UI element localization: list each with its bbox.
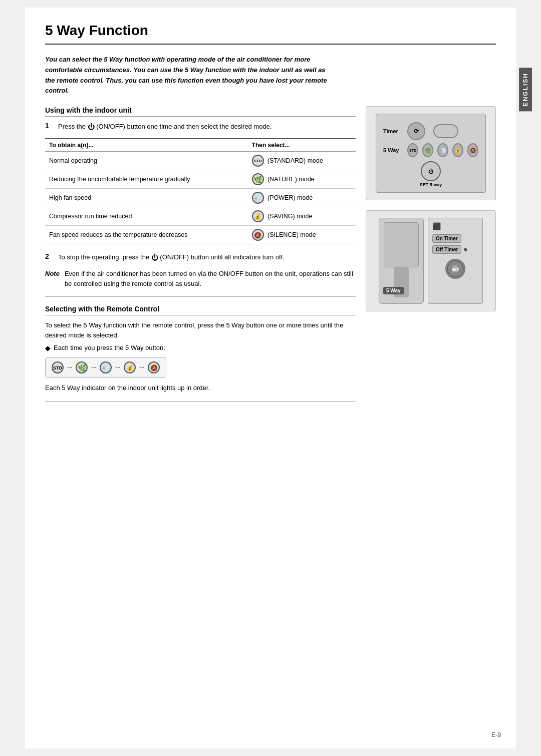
table-cell-mode: 💨 (POWER) mode (248, 189, 356, 207)
table-cell-obtain: Normal operating (45, 152, 248, 170)
arrow2: → (90, 363, 98, 372)
off-timer-button: Off Timer (432, 245, 461, 254)
intro-text: You can select the 5 Way function with o… (45, 55, 336, 96)
remote-body: 5 Way (379, 218, 424, 304)
remote-small-icon: ⬛ (432, 222, 441, 230)
onoff-icon2: ⏻ (151, 253, 158, 261)
timer-label: Timer (383, 128, 403, 134)
oval-button (433, 124, 458, 138)
bullet-text: Each time you press the 5 Way button: (54, 344, 165, 352)
seq-std-icon: STD (52, 361, 64, 373)
set-label: SET 5 way (420, 182, 442, 187)
fiveway-btn-saving: 💰 (452, 143, 463, 157)
seq-nature-icon: 🌿 (76, 361, 88, 373)
on-timer-row: On Timer (432, 233, 478, 242)
language-tab: ENGLISH (519, 68, 532, 111)
table-cell-mode: 🌿 (NATURE) mode (248, 170, 356, 189)
fiveway-btn-silence: 🔕 (467, 143, 478, 157)
section1-heading: Using with the indoor unit (45, 106, 356, 117)
seq-power-icon: 💨 (100, 361, 112, 373)
table-cell-obtain: Compressor run time reduced (45, 207, 248, 226)
fiveway-badge-container: 5 Way (383, 285, 404, 294)
divider2 (45, 401, 356, 402)
bullet-symbol: ◆ (45, 344, 51, 352)
icon-row-top: ⬛ (432, 222, 478, 230)
table-cell-obtain: Fan speed reduces as the temperature dec… (45, 226, 248, 244)
way-badge: 5 Way (383, 287, 404, 294)
power-mode-label: (POWER) mode (266, 194, 313, 201)
step1: 1 Press the ⏻ (ON/OFF) button one time a… (45, 122, 356, 132)
set-button-container: ⏻ SET 5 way (383, 161, 478, 187)
table-row: High fan speed 💨 (POWER) mode (45, 189, 356, 207)
seq-saving-icon: 💰 (124, 361, 136, 373)
remote-buttons: ⬛ On Timer Off Timer ⊕ SET (428, 218, 483, 304)
table-col2-header: Then select... (248, 139, 356, 152)
svg-text:SET: SET (452, 268, 459, 271)
fiveway-btn-power: 💨 (437, 143, 448, 157)
arrow1: → (66, 363, 74, 372)
power-icon: 💨 (252, 192, 264, 204)
saving-mode-label: (SAVING) mode (266, 213, 313, 220)
standard-icon: STD (252, 155, 264, 167)
on-timer-button: On Timer (432, 234, 461, 243)
table-cell-obtain: High fan speed (45, 189, 248, 207)
fiveway-row: 5 Way STD 🌿 💨 💰 🔕 (383, 143, 478, 157)
page-title: 5 Way Function (45, 23, 496, 45)
remote-dial: SET (445, 259, 465, 279)
page-container: ENGLISH 5 Way Function You can select th… (25, 8, 516, 748)
arrow-sequence: STD → 🌿 → 💨 → 💰 → 🔕 (45, 357, 166, 378)
diagram1-panel: Timer ⟳ 5 Way STD 🌿 💨 💰 🔕 (376, 114, 486, 193)
section2-description: To select the 5 Way function with the re… (45, 320, 356, 340)
table-cell-mode: STD (STANDARD) mode (248, 152, 356, 170)
timer-row: Timer ⟳ (383, 122, 478, 140)
off-timer-row: Off Timer ⊕ (432, 245, 478, 254)
table-row: Reducing the uncomfortable temperature g… (45, 170, 356, 189)
saving-icon: 💰 (252, 210, 264, 222)
note-label: Note (45, 269, 60, 288)
section2-heading: Selecting with the Remote Control (45, 305, 356, 315)
table-cell-mode: 🔕 (SILENCE) mode (248, 226, 356, 244)
section2-footer: Each 5 Way indicator on the indoor unit … (45, 383, 356, 393)
step1-text: Press the ⏻ (ON/OFF) button one time and… (58, 122, 272, 132)
fiveway-btn-std: STD (407, 143, 418, 157)
step2-number: 2 (45, 252, 54, 263)
step2-text: To stop the operating, press the ⏻ (ON/O… (58, 252, 285, 263)
nature-icon: 🌿 (252, 173, 264, 185)
step1-number: 1 (45, 122, 54, 132)
fiveway-label: 5 Way (383, 147, 403, 153)
silence-mode-label: (SILENCE) mode (266, 231, 316, 238)
remote-top (384, 222, 419, 267)
arrow4: → (138, 363, 146, 372)
page-number: E-9 (491, 731, 501, 738)
main-layout: Using with the indoor unit 1 Press the ⏻… (45, 106, 496, 410)
timer-button: ⟳ (407, 122, 425, 140)
bullet-line: ◆ Each time you press the 5 Way button: (45, 344, 356, 352)
nature-mode-label: (NATURE) mode (266, 176, 315, 183)
fiveway-btn-nature: 🌿 (422, 143, 433, 157)
set-power-button: ⏻ (421, 161, 441, 181)
right-diagrams: Timer ⟳ 5 Way STD 🌿 💨 💰 🔕 (366, 106, 496, 410)
table-row: Fan speed reduces as the temperature dec… (45, 226, 356, 244)
mode-table: To obtain a(n)... Then select... Normal … (45, 138, 356, 244)
onoff-icon1: ⏻ (88, 123, 95, 131)
standard-mode-label: (STANDARD) mode (266, 157, 323, 164)
divider1 (45, 296, 356, 297)
table-row: Compressor run time reduced 💰 (SAVING) m… (45, 207, 356, 226)
arrow3: → (114, 363, 122, 372)
table-cell-mode: 💰 (SAVING) mode (248, 207, 356, 226)
table-row: Normal operating STD (STANDARD) mode (45, 152, 356, 170)
table-cell-obtain: Reducing the uncomfortable temperature g… (45, 170, 248, 189)
silence-icon: 🔕 (252, 229, 264, 241)
left-content: Using with the indoor unit 1 Press the ⏻… (45, 106, 356, 410)
table-col1-header: To obtain a(n)... (45, 139, 248, 152)
note-text: Even if the air conditioner has been tur… (65, 269, 356, 288)
seq-silence-icon: 🔕 (148, 361, 160, 373)
plus-icon: ⊕ (463, 247, 467, 252)
diagram2-box: 5 Way ⬛ On Timer Off Timer ⊕ (366, 210, 496, 311)
diagram1-box: Timer ⟳ 5 Way STD 🌿 💨 💰 🔕 (366, 106, 496, 200)
note-block: Note Even if the air conditioner has bee… (45, 269, 356, 288)
step2: 2 To stop the operating, press the ⏻ (ON… (45, 252, 356, 263)
